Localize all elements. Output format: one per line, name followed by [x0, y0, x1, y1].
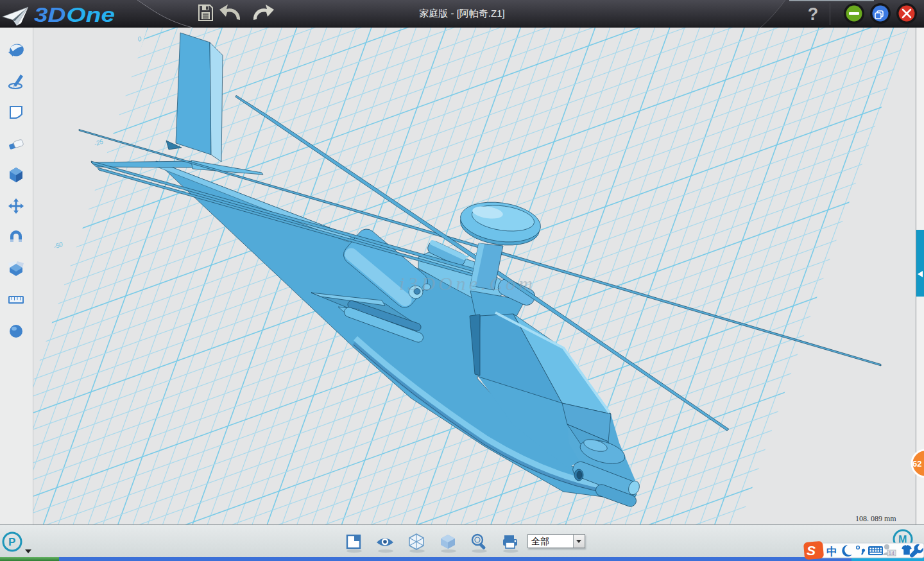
- svg-text:One: One: [67, 4, 115, 26]
- svg-text:62: 62: [912, 459, 921, 469]
- svg-text:S: S: [807, 543, 816, 558]
- svg-text:108. 089 mm: 108. 089 mm: [855, 514, 896, 523]
- svg-text:P: P: [8, 536, 15, 548]
- svg-text:3D: 3D: [34, 4, 66, 26]
- svg-text:14: 14: [889, 550, 895, 557]
- svg-text:中: 中: [826, 546, 837, 558]
